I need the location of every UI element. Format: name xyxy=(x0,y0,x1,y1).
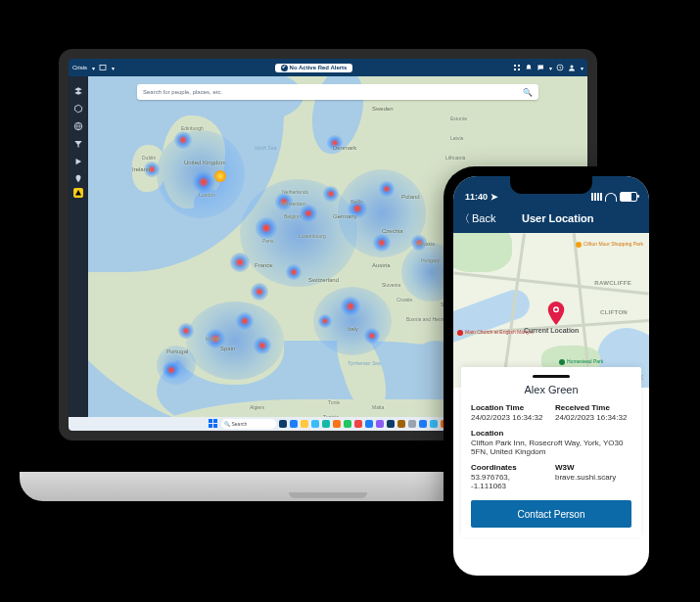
contact-person-button[interactable]: Contact Person xyxy=(471,500,631,528)
left-toolbar xyxy=(69,76,88,417)
status-time: 11:40 xyxy=(465,192,488,202)
map-label: Paris xyxy=(262,238,273,244)
received-time-value: 24/02/2023 16:34:32 xyxy=(555,413,631,422)
map-label: Latvia xyxy=(450,135,463,141)
map-search-input[interactable]: Search for people, places, etc. 🔍 xyxy=(137,84,538,100)
filter-icon[interactable] xyxy=(73,135,83,145)
check-circle-icon xyxy=(281,65,288,71)
user-icon[interactable] xyxy=(568,64,576,71)
card-handle[interactable] xyxy=(533,375,570,378)
map-label: Germany xyxy=(333,213,357,219)
map-label: Sweden xyxy=(372,106,394,112)
svg-rect-2 xyxy=(518,65,520,67)
taskbar-app-icon[interactable] xyxy=(311,420,319,428)
globe-icon[interactable] xyxy=(73,117,83,127)
map-label: Berlin xyxy=(350,199,363,205)
taskbar-app-icon[interactable] xyxy=(333,420,341,428)
location-value: Clifton Park Inn, Rosecroft Way, York, Y… xyxy=(471,439,631,456)
taskbar-app-icon[interactable] xyxy=(301,420,308,428)
window-icon[interactable] xyxy=(99,64,107,71)
chevron-down-icon[interactable]: ▾ xyxy=(581,65,583,71)
map-label: Ireland xyxy=(132,166,150,172)
poi-shopping: Clifton Moor Shopping Park xyxy=(576,241,643,248)
pin-label: Current Location xyxy=(524,327,579,334)
help-icon[interactable]: ? xyxy=(556,64,564,71)
map-label: Italy xyxy=(348,326,358,332)
map-label: Slovenia xyxy=(382,282,400,288)
layers-icon[interactable] xyxy=(73,82,83,92)
map-label: Madrid xyxy=(206,336,220,342)
warning-icon[interactable] xyxy=(73,188,83,198)
taskbar-app-icon[interactable] xyxy=(397,420,405,428)
desktop-app-header: Crisis ▾ ▾ No Active Red Alerts ▾ ? ▾ xyxy=(69,59,587,76)
chevron-down-icon[interactable]: ▾ xyxy=(112,65,115,71)
map-label: Luxembourg xyxy=(299,233,326,239)
location-card: Alex Green Location Time 24/02/2023 16:3… xyxy=(461,367,641,537)
coordinates-label: Coordinates xyxy=(471,463,547,472)
user-name: Alex Green xyxy=(471,384,631,395)
poi-homestead: Homestead Park xyxy=(559,358,603,365)
chat-icon[interactable] xyxy=(537,64,544,71)
taskbar-app-icon[interactable] xyxy=(408,420,416,428)
search-placeholder: Search for people, places, etc. xyxy=(143,89,222,95)
taskbar-search[interactable]: 🔍 Search xyxy=(221,419,276,429)
taskbar-app-icon[interactable] xyxy=(365,420,373,428)
phone-notch xyxy=(510,176,592,194)
taskbar-app-icon[interactable] xyxy=(419,420,427,428)
grid-icon[interactable] xyxy=(513,64,521,71)
svg-rect-0 xyxy=(100,66,106,70)
chevron-down-icon[interactable]: ▾ xyxy=(92,65,95,71)
phone-nav-bar: 〈 Back User Location xyxy=(453,204,649,233)
location-time-label: Location Time xyxy=(471,403,547,412)
play-icon[interactable] xyxy=(73,153,83,162)
svg-rect-3 xyxy=(514,69,516,70)
map-label: Dublin xyxy=(142,155,156,161)
map-label: Algiers xyxy=(250,404,264,410)
taskbar-app-icon[interactable] xyxy=(322,420,330,428)
taskbar-app-icon[interactable] xyxy=(376,420,384,428)
sea-label: Tyrrhenian Sea xyxy=(348,360,381,366)
taskbar-app-icon[interactable] xyxy=(354,420,362,428)
map-label: Amsterdam xyxy=(281,201,306,207)
phone-nav-title: User Location xyxy=(466,212,649,224)
coordinates-value: 53.976763, -1.111063 xyxy=(471,473,547,490)
map-label: Poland xyxy=(401,194,420,200)
location-time-value: 24/02/2023 16:34:32 xyxy=(471,413,547,422)
map-label: Netherlands xyxy=(282,189,308,195)
bell-icon[interactable] xyxy=(525,64,533,71)
phone-map[interactable]: Clifton Moor Shopping Park Main Church a… xyxy=(453,233,649,388)
taskbar-app-icon[interactable] xyxy=(279,420,287,428)
taskbar-app-icon[interactable] xyxy=(344,420,351,428)
location-arrow-icon: ➤ xyxy=(490,192,498,202)
chevron-down-icon[interactable]: ▾ xyxy=(549,65,552,71)
map-label: London xyxy=(199,192,215,198)
map-label: Czechia xyxy=(382,228,403,234)
map-label: United Kingdom xyxy=(184,160,226,165)
polygon-icon[interactable] xyxy=(73,100,83,110)
current-location-pin[interactable] xyxy=(547,301,565,325)
district-label: RAWCLIFFE xyxy=(594,280,631,286)
map-label: Spain xyxy=(220,346,235,351)
taskbar-app-icon[interactable] xyxy=(430,420,438,428)
map-label: Denmark xyxy=(333,145,356,151)
wifi-icon xyxy=(605,193,617,202)
pin-icon[interactable] xyxy=(73,170,83,180)
map-label: Tunis xyxy=(328,399,340,405)
received-time-label: Received Time xyxy=(555,403,631,412)
map-label: Malta xyxy=(372,404,384,410)
alert-banner[interactable]: No Active Red Alerts xyxy=(275,64,353,72)
sun-marker-icon xyxy=(214,170,226,182)
poi-church: Main Church at English Martyrs xyxy=(457,329,534,336)
map-label: Croatia xyxy=(397,297,412,302)
svg-point-7 xyxy=(571,66,574,69)
svg-rect-4 xyxy=(518,69,520,70)
w3w-value: brave.sushi.scary xyxy=(555,473,631,482)
map-label: Edinburgh xyxy=(181,125,204,131)
sea-label: North Sea xyxy=(255,145,277,151)
map-label: Estonia xyxy=(450,116,467,121)
map-label: Switzerland xyxy=(308,277,339,283)
district-label: CLIFTON xyxy=(600,309,628,315)
taskbar-app-icon[interactable] xyxy=(387,420,395,428)
start-icon[interactable] xyxy=(209,419,218,429)
taskbar-app-icon[interactable] xyxy=(290,420,298,428)
